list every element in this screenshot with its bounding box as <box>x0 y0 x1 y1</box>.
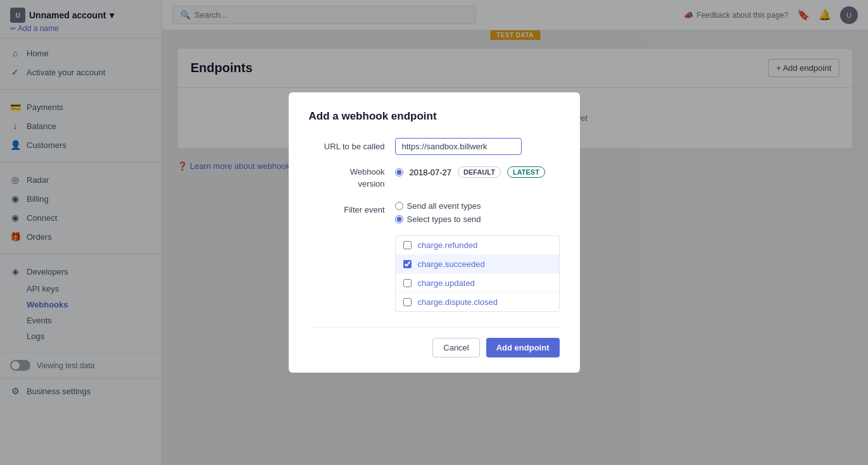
version-options: 2018-07-27 DEFAULT LATEST <box>395 166 545 178</box>
event-list-scroll[interactable]: charge.refunded charge.succeeded charge.… <box>396 236 559 311</box>
version-value: 2018-07-27 <box>410 168 452 177</box>
url-input[interactable] <box>395 138 522 155</box>
url-form-row: URL to be called <box>309 138 560 155</box>
event-checkbox-charge-refunded[interactable] <box>403 241 412 249</box>
cancel-button[interactable]: Cancel <box>432 338 479 357</box>
event-label-charge-succeeded: charge.succeeded <box>418 259 485 269</box>
url-label: URL to be called <box>309 138 385 151</box>
event-checkbox-charge-updated[interactable] <box>403 279 412 287</box>
add-endpoint-submit-button[interactable]: Add endpoint <box>486 338 560 357</box>
event-item-charge-refunded[interactable]: charge.refunded <box>396 236 559 255</box>
badge-latest: LATEST <box>507 166 545 178</box>
filter-all-radio[interactable] <box>395 202 403 210</box>
filter-all-row: Send all event types <box>395 201 481 211</box>
version-form-row: Webhook version 2018-07-27 DEFAULT LATES… <box>309 166 560 189</box>
modal-title: Add a webhook endpoint <box>309 110 560 123</box>
filter-all-label: Send all event types <box>407 201 481 211</box>
filter-select-label: Select types to send <box>407 214 481 224</box>
filter-label: Filter event <box>309 201 385 214</box>
event-item-charge-updated[interactable]: charge.updated <box>396 274 559 293</box>
event-label-charge-updated: charge.updated <box>418 278 475 288</box>
event-checkbox-charge-succeeded[interactable] <box>403 260 412 268</box>
event-item-charge-dispute-closed[interactable]: charge.dispute.closed <box>396 293 559 311</box>
event-checkbox-charge-dispute-closed[interactable] <box>403 298 412 306</box>
version-label: Webhook version <box>309 166 385 189</box>
event-item-charge-succeeded[interactable]: charge.succeeded <box>396 255 559 274</box>
event-label-charge-dispute-closed: charge.dispute.closed <box>418 297 498 307</box>
modal-overlay[interactable]: Add a webhook endpoint URL to be called … <box>0 0 868 465</box>
filter-form-row: Filter event Send all event types Select… <box>309 201 560 224</box>
modal: Add a webhook endpoint URL to be called … <box>289 92 580 372</box>
filter-options: Send all event types Select types to sen… <box>395 201 481 224</box>
badge-default: DEFAULT <box>458 166 501 178</box>
event-label-charge-refunded: charge.refunded <box>418 240 478 250</box>
event-list: charge.refunded charge.succeeded charge.… <box>395 235 560 312</box>
modal-actions: Cancel Add endpoint <box>309 327 560 357</box>
event-list-row: charge.refunded charge.succeeded charge.… <box>309 235 560 312</box>
version-radio[interactable] <box>395 168 403 177</box>
filter-select-row: Select types to send <box>395 214 481 224</box>
filter-select-radio[interactable] <box>395 215 403 223</box>
